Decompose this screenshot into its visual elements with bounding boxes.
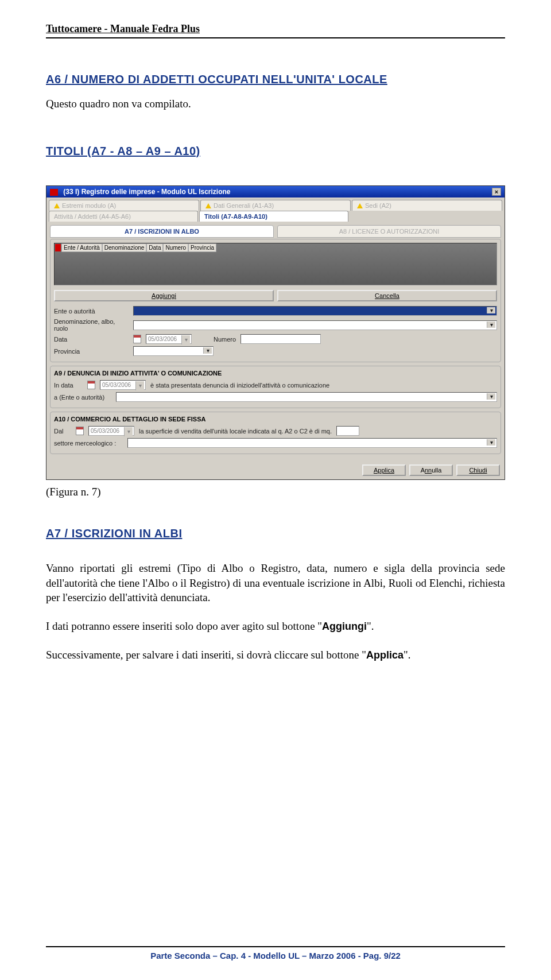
tabs-row-1: Estremi modulo (A) Dati Generali (A1-A3)… <box>46 197 505 211</box>
label-settore: settore merceologico : <box>54 440 123 447</box>
panel-a10: A10 / COMMERCIO AL DETTAGLIO IN SEDE FIS… <box>50 412 501 454</box>
grid-marker <box>55 244 61 251</box>
input-ente[interactable] <box>133 306 497 316</box>
delete-button[interactable]: Cancella <box>277 290 497 301</box>
a10-text-tail: la superficie di vendita dell'unità loca… <box>139 428 332 435</box>
add-button[interactable]: Aggiungi <box>54 290 274 301</box>
page-footer: Parte Seconda – Cap. 4 - Modello UL – Ma… <box>0 946 551 960</box>
input-data[interactable]: 05/03/2006 <box>146 334 192 344</box>
app-window: (33 I) Registro delle imprese - Modulo U… <box>46 185 505 480</box>
tab-dati-generali[interactable]: Dati Generali (A1-A3) <box>200 200 351 211</box>
label-dal: Dal <box>54 428 71 435</box>
label-a-ente: a (Ente o autorità) <box>54 394 111 401</box>
label-prov: Provincia <box>54 348 129 355</box>
grid-header: Ente / Autorità Denominazione Data Numer… <box>61 243 216 252</box>
label-numero: Numero <box>214 336 236 343</box>
subtab-a7[interactable]: A7 / ISCRIZIONI IN ALBO <box>50 225 274 238</box>
heading-a6: A6 / NUMERO DI ADDETTI OCCUPATI NELL'UNI… <box>46 73 505 86</box>
input-numero[interactable] <box>240 334 321 344</box>
input-denom[interactable] <box>133 320 497 330</box>
applica-button[interactable]: Applica <box>362 464 406 476</box>
dialog-buttons: Applica Annulla Chiudi <box>46 461 505 479</box>
chiudi-button[interactable]: Chiudi <box>456 464 500 476</box>
subtabs: A7 / ISCRIZIONI IN ALBO A8 / LICENZE O A… <box>50 225 501 238</box>
col-data: Data <box>146 243 163 252</box>
data-grid[interactable]: Ente / Autorità Denominazione Data Numer… <box>54 243 497 285</box>
input-settore[interactable] <box>127 438 497 448</box>
grid-buttons: Aggiungi Cancella <box>54 290 497 301</box>
a6-body: Questo quadro non va compilato. <box>46 98 505 110</box>
heading-titoli: TITOLI (A7 - A8 – A9 – A10) <box>46 145 505 158</box>
page-content: Tuttocamere - Manuale Fedra Plus A6 / NU… <box>0 0 551 662</box>
input-mq[interactable] <box>336 426 359 436</box>
para-3: Successivamente, per salvare i dati inse… <box>46 648 505 663</box>
col-denom: Denominazione <box>102 243 147 252</box>
header-rule <box>46 37 505 38</box>
app-icon <box>50 189 58 196</box>
tabs-row-2: Attività / Addetti (A4-A5-A6) Titoli (A7… <box>46 211 505 222</box>
footer-text: Parte Seconda – Cap. 4 - Modello UL – Ma… <box>0 947 551 960</box>
calendar-icon[interactable] <box>133 335 141 343</box>
tab-sedi[interactable]: Sedi (A2) <box>352 200 502 211</box>
calendar-icon[interactable] <box>76 427 84 435</box>
label-denom: Denominazione, albo, ruolo <box>54 318 129 332</box>
tab-attivita[interactable]: Attività / Addetti (A4-A5-A6) <box>49 211 198 222</box>
panel-a7: Ente / Autorità Denominazione Data Numer… <box>50 239 501 362</box>
label-indata: In data <box>54 382 83 389</box>
warning-icon <box>205 203 211 208</box>
heading-a7-body: A7 / ISCRIZIONI IN ALBI <box>46 527 505 540</box>
warning-icon <box>357 203 363 208</box>
label-data: Data <box>54 336 129 343</box>
window-title: (33 I) Registro delle imprese - Modulo U… <box>63 188 230 196</box>
input-a10-date[interactable]: 05/03/2006 <box>88 426 134 436</box>
figure-caption: (Figura n. 7) <box>46 486 505 498</box>
col-prov: Provincia <box>188 243 216 252</box>
input-a9-date[interactable]: 05/03/2006 <box>100 380 146 390</box>
tab-estremi[interactable]: Estremi modulo (A) <box>49 200 199 211</box>
close-button[interactable]: × <box>492 188 501 196</box>
client-area: A7 / ISCRIZIONI IN ALBO A8 / LICENZE O A… <box>46 222 505 461</box>
panel-a9: A9 / DENUNCIA DI INIZIO ATTIVITA' O COMU… <box>50 366 501 408</box>
heading-a9: A9 / DENUNCIA DI INIZIO ATTIVITA' O COMU… <box>54 370 497 377</box>
para-1: Vanno riportati gli estremi (Tipo di Alb… <box>46 561 505 605</box>
para-2: I dati potranno essere inseriti solo dop… <box>46 619 505 634</box>
running-header: Tuttocamere - Manuale Fedra Plus <box>46 23 505 35</box>
warning-icon <box>54 203 60 208</box>
label-ente: Ente o autorità <box>54 308 129 315</box>
a9-text-tail: è stata presentata denuncia di iniziodel… <box>150 382 329 389</box>
input-a9-ente[interactable] <box>116 392 497 402</box>
calendar-icon[interactable] <box>87 381 95 389</box>
window-titlebar: (33 I) Registro delle imprese - Modulo U… <box>46 186 505 197</box>
tab-titoli[interactable]: Titoli (A7-A8-A9-A10) <box>199 211 348 222</box>
input-prov[interactable] <box>133 346 214 356</box>
heading-a10: A10 / COMMERCIO AL DETTAGLIO IN SEDE FIS… <box>54 416 497 423</box>
annulla-button[interactable]: Annulla <box>409 464 453 476</box>
col-numero: Numero <box>163 243 188 252</box>
col-ente: Ente / Autorità <box>61 243 102 252</box>
subtab-a8[interactable]: A8 / LICENZE O AUTORIZZAZIONI <box>277 225 501 238</box>
